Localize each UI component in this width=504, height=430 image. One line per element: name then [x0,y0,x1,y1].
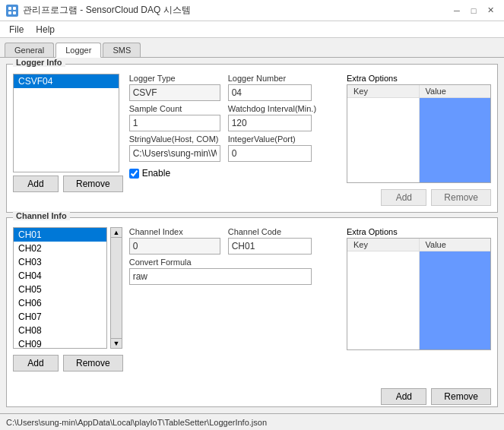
logger-int-input[interactable] [228,145,312,162]
logger-btn-row: Add Remove [13,175,123,192]
channel-extra-remove-button[interactable]: Remove [431,388,491,405]
logger-extra-key-header: Key [347,85,420,97]
logger-extra-body [347,98,490,182]
logger-extra-remove-button[interactable]: Remove [431,189,491,206]
channel-index-group: Channel Index [129,227,220,255]
channel-code-input[interactable] [228,238,312,255]
svg-rect-2 [8,11,11,14]
channel-index-input[interactable] [129,238,220,255]
logger-remove-button[interactable]: Remove [63,175,123,192]
channel-index-code-row: Channel Index Channel Code [129,227,341,255]
channel-info-section: Channel Info CH01 CH02 CH03 CH04 CH05 CH… [6,217,498,407]
svg-rect-1 [13,7,16,10]
scroll-buttons: ▲ ▼ [110,227,122,349]
logger-listbox[interactable]: CSVF04 [13,74,119,172]
title-bar: 관리프로그램 - SensorCloud DAQ 시스템 ─ □ ✕ [0,0,504,21]
channel-list-item-ch03[interactable]: CH03 [14,255,106,269]
channel-extra-key-header: Key [347,239,420,251]
channel-info-inner: CH01 CH02 CH03 CH04 CH05 CH06 CH07 CH08 … [13,227,491,405]
channel-list-item-ch02[interactable]: CH02 [14,242,106,255]
menu-bar: File Help [0,21,504,38]
channel-list-scroll: CH01 CH02 CH03 CH04 CH05 CH06 CH07 CH08 … [13,227,123,349]
logger-extra-options: Extra Options Key Value [347,74,491,183]
title-text: 관리프로그램 - SensorCloud DAQ 시스템 [23,4,191,17]
channel-list-item-ch09[interactable]: CH09 [14,337,106,349]
channel-extra-options: Extra Options Key Value [347,227,491,382]
logger-int-group: IntegerValue(Port) [228,134,312,162]
logger-extra-btn-row: Add Remove [347,189,491,206]
svg-rect-3 [13,11,16,14]
close-button[interactable]: ✕ [483,3,498,18]
logger-extra-key-cell [347,98,420,182]
logger-enable-label[interactable]: Enable [142,168,170,179]
channel-index-label: Channel Index [129,227,220,236]
channel-list-panel: CH01 CH02 CH03 CH04 CH05 CH06 CH07 CH08 … [13,227,123,405]
convert-formula-group: Convert Formula [129,258,341,285]
logger-right-panel: Extra Options Key Value Add Re [347,74,491,206]
logger-extra-value-cell [420,98,491,182]
maximize-button[interactable]: □ [466,3,481,18]
channel-extra-btn-row: Add Remove [347,388,491,405]
status-text: C:\Users\sung-min\AppData\Local\playIoT\… [6,418,267,427]
channel-right-panel: Extra Options Key Value Add Re [347,227,491,405]
logger-type-label: Logger Type [129,74,220,83]
logger-string-input[interactable] [129,145,220,162]
scroll-down-button[interactable]: ▼ [110,338,122,349]
channel-list-item-ch05[interactable]: CH05 [14,283,106,296]
channel-list-item-ch07[interactable]: CH07 [14,310,106,324]
logger-watchdog-input[interactable] [228,115,312,131]
channel-extra-add-button[interactable]: Add [381,388,426,405]
logger-info-section: Logger Info CSVF04 Add Remove Logger Typ… [6,64,498,213]
menu-help[interactable]: Help [30,23,61,36]
scroll-up-button[interactable]: ▲ [110,227,122,238]
logger-number-input[interactable] [228,84,312,101]
tab-bar: General Logger SMS [0,38,504,58]
title-controls: ─ □ ✕ [449,3,498,18]
channel-extra-label: Extra Options [347,227,491,236]
main-content: Logger Info CSVF04 Add Remove Logger Typ… [0,58,504,413]
channel-list-item-ch08[interactable]: CH08 [14,324,106,337]
logger-type-group: Logger Type [129,74,220,101]
logger-type-number-row: Logger Type Logger Number [129,74,341,101]
logger-extra-table: Key Value [347,84,491,183]
minimize-button[interactable]: ─ [449,3,464,18]
logger-string-label: StringValue(Host, COM) [129,134,220,144]
channel-extra-body [347,251,490,349]
logger-enable-row: Enable [129,168,341,179]
logger-list-item[interactable]: CSVF04 [14,74,119,88]
logger-int-label: IntegerValue(Port) [228,134,312,144]
logger-extra-add-button[interactable]: Add [381,189,426,206]
logger-sample-watchdog-row: Sample Count Watchdog Interval(Min.) [129,104,341,131]
logger-extra-value-header: Value [420,85,491,97]
tab-general[interactable]: General [5,43,54,57]
convert-formula-input[interactable] [129,268,312,285]
svg-rect-0 [8,7,11,10]
logger-string-group: StringValue(Host, COM) [129,134,220,162]
logger-enable-checkbox[interactable] [129,169,139,179]
logger-form-panel: Logger Type Logger Number Sample Count W… [129,74,341,206]
channel-list-item-ch04[interactable]: CH04 [14,269,106,283]
logger-type-input[interactable] [129,84,220,101]
channel-extra-value-header: Value [420,239,491,251]
channel-btn-row: Add Remove [13,355,123,372]
channel-list-item-ch06[interactable]: CH06 [14,296,106,310]
tab-sms[interactable]: SMS [103,43,141,57]
channel-code-label: Channel Code [228,227,312,236]
title-bar-left: 관리프로그램 - SensorCloud DAQ 시스템 [6,4,191,17]
menu-file[interactable]: File [3,23,30,36]
channel-add-button[interactable]: Add [13,355,59,372]
channel-form-panel: Channel Index Channel Code Convert Formu… [129,227,341,405]
channel-remove-button[interactable]: Remove [63,355,123,372]
channel-extra-header: Key Value [347,239,490,251]
logger-add-button[interactable]: Add [13,175,59,192]
logger-sample-input[interactable] [129,115,220,131]
channel-code-group: Channel Code [228,227,312,255]
channel-list-item-ch01[interactable]: CH01 [14,228,106,242]
logger-number-label: Logger Number [228,74,312,83]
logger-string-int-row: StringValue(Host, COM) IntegerValue(Port… [129,134,341,162]
logger-number-group: Logger Number [228,74,312,101]
tab-logger[interactable]: Logger [55,43,101,58]
channel-listbox[interactable]: CH01 CH02 CH03 CH04 CH05 CH06 CH07 CH08 … [13,227,107,349]
channel-info-label: Channel Info [13,211,70,220]
logger-watchdog-group: Watchdog Interval(Min.) [228,104,316,131]
